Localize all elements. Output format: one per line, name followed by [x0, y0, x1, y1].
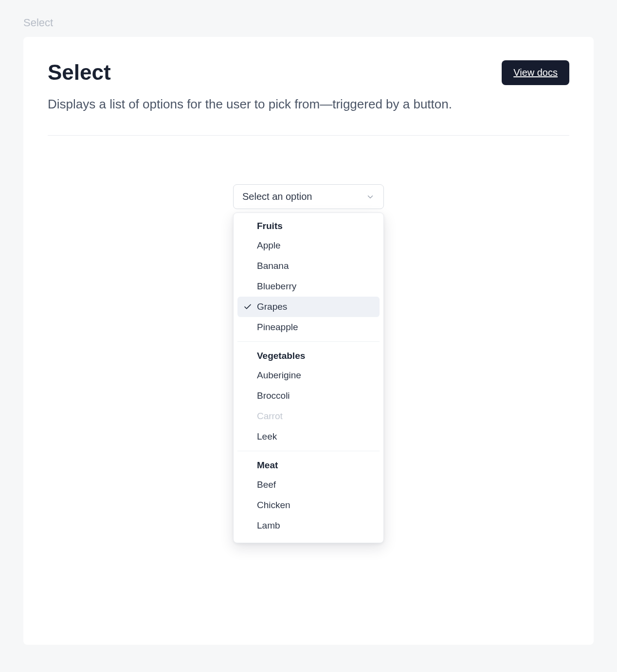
header-row: Select View docs [48, 60, 569, 85]
select-option[interactable]: Grapes [237, 297, 380, 317]
select-option: Carrot [237, 406, 380, 426]
select-option[interactable]: Blueberry [237, 276, 380, 297]
select-group: FruitsAppleBananaBlueberryGrapesPineappl… [237, 217, 380, 340]
chevron-down-icon [366, 193, 375, 201]
select-option[interactable]: Beef [237, 475, 380, 495]
select-option-label: Blueberry [257, 281, 296, 292]
select-group: VegetablesAuberigineBroccoliCarrotLeek [237, 341, 380, 450]
select-option[interactable]: Chicken [237, 495, 380, 515]
select-option[interactable]: Banana [237, 256, 380, 276]
select-trigger-label: Select an option [242, 191, 312, 202]
component-description: Displays a list of options for the user … [48, 95, 476, 114]
check-icon [243, 302, 257, 311]
select-trigger[interactable]: Select an option [233, 184, 384, 209]
select-option-label: Carrot [257, 411, 283, 422]
select-option-label: Apple [257, 240, 281, 251]
select-option-label: Pineapple [257, 322, 298, 333]
component-card: Select View docs Displays a list of opti… [23, 37, 594, 645]
select-group-label: Vegetables [237, 347, 380, 365]
select-option[interactable]: Leek [237, 426, 380, 447]
select-group-label: Fruits [237, 217, 380, 235]
select-option-label: Leek [257, 431, 277, 442]
select-option-label: Banana [257, 261, 289, 271]
select-option[interactable]: Auberigine [237, 365, 380, 386]
select-option-label: Chicken [257, 500, 290, 511]
select-option[interactable]: Broccoli [237, 386, 380, 406]
select-option-label: Auberigine [257, 370, 301, 381]
page-title: Select [48, 60, 111, 85]
select-group-label: Meat [237, 456, 380, 475]
select-option[interactable]: Pineapple [237, 317, 380, 337]
divider [48, 135, 569, 136]
select-component: Select an option FruitsAppleBananaBluebe… [233, 184, 384, 209]
select-dropdown: FruitsAppleBananaBlueberryGrapesPineappl… [233, 212, 384, 543]
select-option-label: Broccoli [257, 390, 290, 401]
select-option-label: Grapes [257, 301, 287, 312]
select-option[interactable]: Apple [237, 235, 380, 256]
select-option-label: Lamb [257, 520, 280, 531]
select-option[interactable]: Lamb [237, 515, 380, 536]
select-group: MeatBeefChickenLamb [237, 451, 380, 539]
demo-area: Select an option FruitsAppleBananaBluebe… [48, 184, 569, 209]
breadcrumb: Select [0, 0, 617, 37]
view-docs-button[interactable]: View docs [502, 60, 569, 85]
select-option-label: Beef [257, 479, 276, 490]
